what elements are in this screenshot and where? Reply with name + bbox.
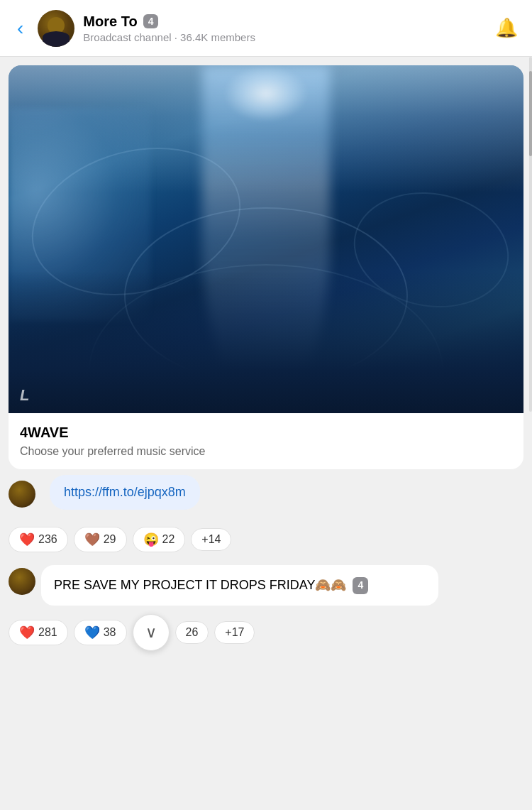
heart-emoji: ❤️	[19, 532, 35, 547]
heart-count-2: 281	[38, 626, 57, 639]
tongue-emoji: 😜	[143, 532, 159, 547]
reaction-heart-2[interactable]: ❤️ 281	[9, 620, 68, 645]
sender-avatar	[9, 481, 35, 508]
channel-header: ‹ More To 4 Broadcast channel · 36.4K me…	[0, 0, 532, 57]
message2-reactions-row: ❤️ 281 💙 38 ∨ 26 +17	[0, 614, 532, 651]
message2-text: PRE SAVE MY PROJECT IT DROPS FRIDAY🙈🙈	[54, 578, 346, 592]
channel-name-row: More To 4	[83, 13, 492, 30]
message2-wrap: PRE SAVE MY PROJECT IT DROPS FRIDAY🙈🙈 4	[0, 565, 532, 606]
brown-heart-emoji: 🤎	[84, 532, 100, 547]
channel-info[interactable]: More To 4 Broadcast channel · 36.4K memb…	[83, 13, 492, 43]
music-link[interactable]: https://ffm.to/ejpqx8m	[64, 485, 186, 499]
reaction-more[interactable]: +14	[191, 528, 231, 551]
blue-heart-emoji: 💙	[84, 625, 100, 640]
message2-badge: 4	[353, 577, 368, 594]
track-subtitle: Choose your preferred music service	[20, 445, 512, 458]
chevron-down-icon: ∨	[145, 625, 157, 640]
media-message-card: L 4WAVE Choose your preferred music serv…	[9, 65, 523, 469]
channel-subtitle: Broadcast channel · 36.4K members	[83, 31, 492, 43]
count-26: 26	[186, 626, 199, 639]
blue-heart-count: 38	[104, 626, 116, 639]
album-art-image[interactable]: L	[9, 65, 523, 413]
scrollbar-thumb[interactable]	[529, 71, 532, 156]
link-message-wrap: https://ffm.to/ejpqx8m	[0, 475, 532, 510]
reaction-brown-heart[interactable]: 🤎 29	[74, 527, 127, 552]
channel-avatar[interactable]	[38, 10, 74, 47]
track-title: 4WAVE	[20, 425, 512, 441]
brown-heart-count: 29	[104, 533, 116, 546]
reaction-tongue[interactable]: 😜 22	[133, 527, 186, 552]
reaction-heart[interactable]: ❤️ 236	[9, 527, 68, 552]
heart-count: 236	[38, 533, 57, 546]
message1-reactions: ❤️ 236 🤎 29 😜 22 +14	[0, 521, 532, 558]
notification-bell-icon[interactable]: 🔔	[492, 14, 521, 42]
channel-name-text: More To	[83, 13, 137, 30]
logo-letter: L	[20, 386, 29, 405]
more-reactions-label-2: +17	[225, 626, 244, 639]
link-bubble[interactable]: https://ffm.to/ejpqx8m	[50, 475, 200, 510]
back-button[interactable]: ‹	[11, 14, 29, 43]
reaction-blue-heart[interactable]: 💙 38	[74, 620, 127, 645]
reaction-count-26[interactable]: 26	[175, 621, 209, 644]
tongue-count: 22	[162, 533, 175, 546]
unread-badge: 4	[143, 14, 159, 28]
chat-area: L 4WAVE Choose your preferred music serv…	[0, 57, 532, 708]
scroll-down-button[interactable]: ∨	[133, 614, 170, 651]
more-reactions-label: +14	[201, 533, 221, 546]
media-body: 4WAVE Choose your preferred music servic…	[9, 413, 523, 469]
text-message-bubble: PRE SAVE MY PROJECT IT DROPS FRIDAY🙈🙈 4	[41, 565, 438, 606]
reaction-more-2[interactable]: +17	[214, 621, 255, 644]
scrollbar-track[interactable]	[529, 57, 532, 412]
heart-emoji-2: ❤️	[19, 625, 35, 640]
sender-avatar-2	[9, 568, 35, 595]
